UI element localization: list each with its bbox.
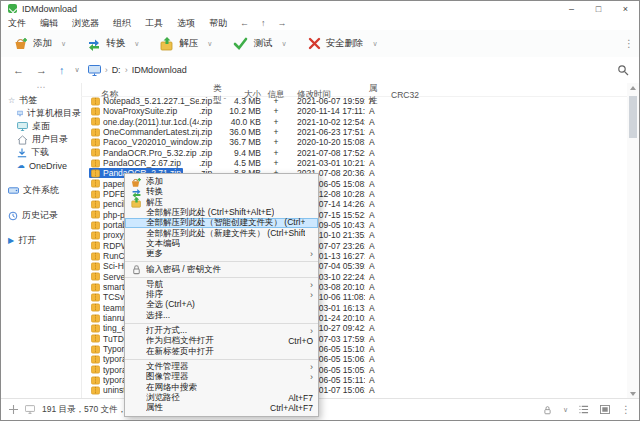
menu-help[interactable]: 帮助 bbox=[202, 17, 234, 30]
desktop-icon bbox=[17, 122, 28, 131]
sidebar-item-bookmarks[interactable]: ☆ 书签 bbox=[1, 94, 81, 107]
table-row[interactable]: OneCommanderLatest.zip .zip 36.0 MB + 20… bbox=[81, 127, 627, 137]
crumb-separator: › bbox=[121, 65, 132, 75]
context-menu-item[interactable]: 更多 bbox=[125, 249, 318, 259]
scroll-up-icon[interactable] bbox=[627, 83, 639, 93]
file-attr: A bbox=[365, 261, 381, 271]
menu-item-label: 属性 bbox=[146, 402, 163, 414]
context-menu-item[interactable]: 属性 Ctrl+Alt+F7 bbox=[125, 403, 318, 413]
table-row[interactable]: one.day.(2011).tur.1cd.(441... .zip 40.0… bbox=[81, 117, 627, 127]
zip-file-icon bbox=[91, 169, 100, 178]
up-button[interactable]: ↑ bbox=[53, 64, 71, 76]
file-modified: 2021-07-08 17:52:... bbox=[291, 148, 365, 158]
file-name: one.day.(2011).tur.1cd.(441... bbox=[103, 117, 199, 127]
scrollbar-thumb[interactable] bbox=[629, 96, 637, 138]
zip-file-icon bbox=[91, 324, 100, 333]
menu-options[interactable]: 选项 bbox=[170, 17, 202, 30]
menu-item-label: 输入密码 / 密钥文件 bbox=[146, 264, 221, 276]
minimize-button[interactable]: – bbox=[558, 1, 585, 16]
sidebar-item-downloads[interactable]: 下载 bbox=[1, 146, 81, 159]
file-attr: A bbox=[365, 282, 381, 292]
app-logo-icon bbox=[8, 4, 17, 13]
file-info: + bbox=[261, 127, 291, 137]
move-icon bbox=[9, 405, 18, 414]
file-attr: A bbox=[365, 272, 381, 282]
lock-icon bbox=[131, 264, 142, 275]
file-attr: A bbox=[365, 365, 381, 375]
sidebar-item-onedrive[interactable]: ☁ OneDrive bbox=[1, 159, 81, 172]
back-button[interactable]: ← bbox=[7, 64, 30, 76]
file-attr: A bbox=[365, 117, 381, 127]
zip-file-icon bbox=[91, 334, 100, 343]
file-attr: A bbox=[365, 334, 381, 344]
lock-icon[interactable] bbox=[543, 405, 552, 415]
context-menu-item[interactable]: 在新标签页中打开 bbox=[125, 346, 318, 356]
sidebar-item-desktop[interactable]: 桌面 bbox=[1, 120, 81, 133]
convert-button[interactable]: 转换 ∨ bbox=[80, 34, 146, 54]
breadcrumb-folder[interactable]: IDMdownload bbox=[132, 65, 187, 75]
sidebar-item-history[interactable]: 历史记录 bbox=[1, 209, 81, 222]
menu-forward-icon[interactable]: → bbox=[272, 18, 293, 28]
breadcrumb-drive[interactable]: D: bbox=[112, 65, 121, 75]
zip-file-icon bbox=[91, 252, 100, 261]
forward-button[interactable]: → bbox=[30, 64, 53, 76]
file-attr: A bbox=[365, 148, 381, 158]
thumbnail-view-icon[interactable] bbox=[600, 405, 610, 414]
path-dropdown-icon[interactable]: ∨ bbox=[71, 66, 84, 74]
zip-file-icon bbox=[91, 345, 100, 354]
detail-view-icon[interactable] bbox=[579, 405, 589, 414]
drive-icon bbox=[8, 186, 19, 195]
view-dropdown-icon[interactable]: ∨ bbox=[563, 406, 568, 414]
menu-tools[interactable]: 工具 bbox=[138, 17, 170, 30]
menu-browser[interactable]: 浏览器 bbox=[65, 17, 106, 30]
table-row[interactable]: Notepad3_5.21.227.1_Setu... .zip 4.3 MB … bbox=[81, 96, 627, 106]
file-attr: A bbox=[365, 96, 381, 106]
menu-item-label: 更多 bbox=[146, 248, 163, 260]
play-icon: ▶ bbox=[8, 236, 14, 245]
test-dropdown-icon[interactable]: ∨ bbox=[281, 40, 286, 48]
zip-file-icon bbox=[91, 159, 100, 168]
add-dropdown-icon[interactable]: ∨ bbox=[61, 40, 66, 48]
address-bar: ← → ↑ ∨ › D: › IDMdownload bbox=[1, 57, 639, 84]
table-row[interactable]: PandaOCR.Pro_5.32.zip .zip 9.4 MB + 2021… bbox=[81, 148, 627, 158]
menu-edit[interactable]: 编辑 bbox=[33, 17, 65, 30]
add-button[interactable]: 添加 ∨ bbox=[7, 34, 73, 54]
close-button[interactable]: × bbox=[612, 1, 639, 16]
scrollbar[interactable] bbox=[627, 83, 639, 399]
table-row[interactable]: Pacoo_V202010_windows.zip .zip 36.7 MB +… bbox=[81, 137, 627, 147]
context-menu-item[interactable]: 打开方式... bbox=[125, 323, 318, 336]
menu-file[interactable]: 文件 bbox=[1, 17, 33, 30]
context-menu-item[interactable]: 输入密码 / 密钥文件 bbox=[125, 261, 318, 274]
convert-dropdown-icon[interactable]: ∨ bbox=[134, 40, 139, 48]
extract-dropdown-icon[interactable]: ∨ bbox=[207, 40, 212, 48]
context-menu-item[interactable]: 文件管理器 bbox=[125, 359, 318, 372]
file-attr: A bbox=[365, 158, 381, 168]
context-menu-item[interactable]: 选择... bbox=[125, 311, 318, 321]
file-type: .zip bbox=[199, 96, 227, 106]
sidebar-item-open[interactable]: ▶ 打开 bbox=[1, 234, 81, 247]
file-attr: A bbox=[365, 137, 381, 147]
menu-back-icon[interactable]: ← bbox=[234, 18, 255, 28]
sidebar-item-user-home[interactable]: 用户目录 bbox=[1, 133, 81, 146]
toolbar-more-icon[interactable]: ⋮ bbox=[624, 38, 634, 49]
delete-dropdown-icon[interactable]: ∨ bbox=[373, 40, 378, 48]
file-attr: A bbox=[365, 179, 381, 189]
secure-delete-button[interactable]: 安全删除 ∨ bbox=[301, 34, 385, 53]
table-row[interactable]: PandaOCR_2.67.zip .zip 4.5 MB + 2021-03-… bbox=[81, 158, 627, 168]
file-info: + bbox=[261, 117, 291, 127]
file-modified: 2021-03-01 10:21:... bbox=[291, 158, 365, 168]
menu-up-icon[interactable]: ↑ bbox=[255, 18, 272, 28]
maximize-button[interactable]: □ bbox=[585, 1, 612, 16]
table-row[interactable]: NovaProxySuite.zip .zip 10.2 MB + 2020-1… bbox=[81, 106, 627, 116]
test-button[interactable]: 测试 ∨ bbox=[226, 34, 293, 53]
extract-button[interactable]: 解压 ∨ bbox=[153, 34, 219, 54]
context-menu-item[interactable]: 导航 bbox=[125, 277, 318, 290]
sidebar-handle-icon[interactable]: ⋯ bbox=[1, 83, 81, 94]
statusbar-more-icon[interactable]: ⋮ bbox=[621, 404, 631, 415]
menu-organize[interactable]: 组织 bbox=[106, 17, 138, 30]
file-type: .zip bbox=[199, 137, 227, 147]
search-icon[interactable] bbox=[617, 64, 629, 76]
file-name: Notepad3_5.21.227.1_Setu... bbox=[103, 96, 199, 106]
sidebar-item-file-system[interactable]: 文件系统 bbox=[1, 184, 81, 197]
sidebar-item-computer-root[interactable]: 计算机根目录 bbox=[1, 107, 81, 120]
